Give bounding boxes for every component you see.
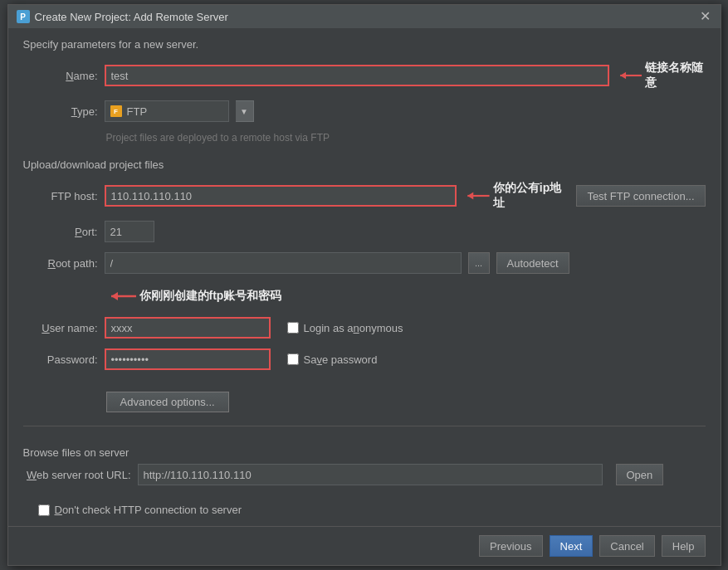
type-label: Type: xyxy=(23,105,98,118)
ftp-host-row: FTP host: 你的公有ip地址 Test FTP connection..… xyxy=(23,181,706,211)
login-anonymous-label: Login as anonymous xyxy=(304,322,403,334)
name-annotation: 链接名称随意 xyxy=(616,61,705,90)
previous-button[interactable]: Previous xyxy=(479,535,543,557)
ftp-host-annotation-text: 你的公有ip地址 xyxy=(493,181,564,211)
type-value: FTP xyxy=(127,105,148,118)
title-bar-left: P Create New Project: Add Remote Server xyxy=(17,10,228,23)
root-path-browse-button[interactable]: ... xyxy=(468,252,490,274)
browse-section: Browse files on server Web server root U… xyxy=(23,443,706,489)
name-input[interactable] xyxy=(105,65,610,86)
password-row: Password: Save password xyxy=(23,348,706,370)
ftp-host-annotation: 你的公有ip地址 xyxy=(463,181,563,211)
root-path-label: Root path: xyxy=(23,257,98,270)
port-input[interactable] xyxy=(105,221,154,242)
type-dropdown-button[interactable]: ▼ xyxy=(236,100,254,122)
name-row: Name: 链接名称随意 xyxy=(23,61,706,90)
svg-marker-3 xyxy=(467,192,473,200)
save-password-row: Save password xyxy=(287,353,378,366)
test-ftp-button[interactable]: Test FTP connection... xyxy=(576,185,705,207)
type-row: Type: F FTP ▼ xyxy=(23,100,706,122)
dont-check-checkbox[interactable] xyxy=(38,504,50,516)
browse-section-title: Browse files on server xyxy=(23,446,706,459)
url-row: Web server root URL: Open xyxy=(23,464,706,485)
root-path-input[interactable] xyxy=(105,252,462,274)
title-bar: P Create New Project: Add Remote Server … xyxy=(8,5,721,28)
app-icon: P xyxy=(17,10,30,23)
svg-marker-1 xyxy=(620,72,626,80)
type-select[interactable]: F FTP xyxy=(105,100,229,122)
dialog-title: Create New Project: Add Remote Server xyxy=(35,11,228,23)
password-label: Password: xyxy=(23,353,98,366)
name-arrow-icon xyxy=(616,66,642,85)
next-button[interactable]: Next xyxy=(550,535,594,557)
dialog-footer: Previous Next Cancel Help xyxy=(8,526,721,565)
dont-check-row: Don't check HTTP connection to server xyxy=(38,504,706,516)
close-button[interactable]: ✕ xyxy=(698,10,712,23)
credentials-arrow-icon xyxy=(106,284,136,309)
advanced-options-area: Advanced options... xyxy=(23,387,706,412)
url-input[interactable] xyxy=(138,464,603,485)
type-hint: Project files are deployed to a remote h… xyxy=(106,132,706,144)
upload-section-title: Upload/download project files xyxy=(23,158,706,171)
autodetect-button[interactable]: Autodetect xyxy=(496,252,569,274)
dont-check-label: Don't check HTTP connection to server xyxy=(55,504,242,516)
ftp-host-input[interactable] xyxy=(105,185,457,207)
separator xyxy=(23,426,706,426)
username-label: User name: xyxy=(23,322,98,334)
spec-text: Specify parameters for a new server. xyxy=(23,38,706,51)
name-label: Name: xyxy=(23,70,98,82)
url-label: Web server root URL: xyxy=(23,469,131,481)
open-button[interactable]: Open xyxy=(616,464,664,485)
main-dialog: P Create New Project: Add Remote Server … xyxy=(7,4,721,566)
username-row: User name: Login as anonymous xyxy=(23,317,706,339)
credentials-annotation-row: 你刚刚创建的ftp账号和密码 xyxy=(106,284,706,309)
svg-marker-5 xyxy=(111,292,118,300)
username-input[interactable] xyxy=(105,317,271,339)
ftp-host-arrow-icon xyxy=(463,186,490,206)
credentials-annotation: 你刚刚创建的ftp账号和密码 xyxy=(106,284,282,309)
cancel-button[interactable]: Cancel xyxy=(599,535,654,557)
password-input[interactable] xyxy=(105,348,271,370)
ftp-host-label: FTP host: xyxy=(23,190,98,202)
save-password-label: Save password xyxy=(304,353,378,366)
login-anonymous-checkbox[interactable] xyxy=(287,322,299,334)
login-anonymous-row: Login as anonymous xyxy=(287,322,403,334)
ftp-icon: F xyxy=(110,105,122,117)
credentials-annotation-text: 你刚刚创建的ftp账号和密码 xyxy=(139,289,282,304)
name-annotation-text: 链接名称随意 xyxy=(645,61,705,90)
port-label: Port: xyxy=(23,226,98,238)
dialog-body: Specify parameters for a new server. Nam… xyxy=(8,28,721,526)
save-password-checkbox[interactable] xyxy=(287,353,299,365)
port-row: Port: xyxy=(23,221,706,242)
help-button[interactable]: Help xyxy=(662,535,706,557)
advanced-options-button[interactable]: Advanced options... xyxy=(106,392,229,412)
root-path-row: Root path: ... Autodetect xyxy=(23,252,706,274)
